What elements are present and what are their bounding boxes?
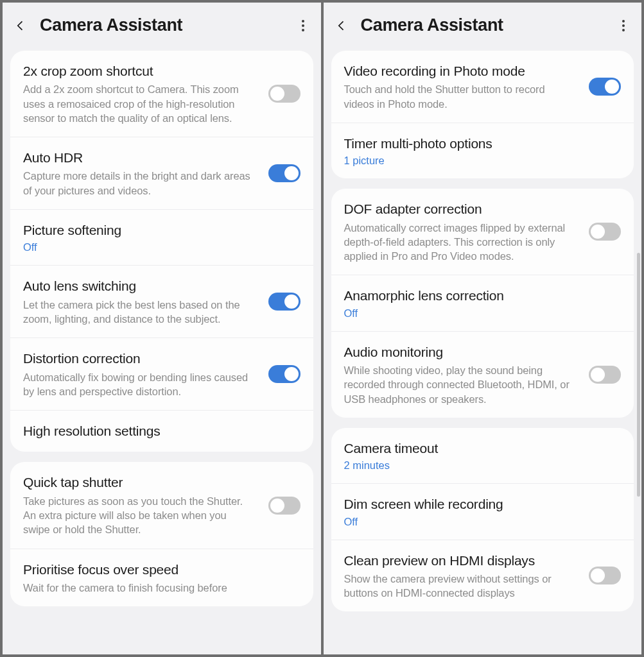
svg-point-5 <box>622 29 625 31</box>
item-label: Dim screen while recording <box>344 495 622 513</box>
item-label: Quick tap shutter <box>23 474 256 491</box>
item-text: High resolution settings <box>23 422 300 440</box>
item-description: Automatically correct images flipped by … <box>344 221 577 264</box>
item-text: 2x crop zoom shortcutAdd a 2x zoom short… <box>23 62 256 125</box>
chevron-left-icon <box>14 19 27 32</box>
item-value: 2 minutes <box>344 459 622 472</box>
dim-screen-recording-row[interactable]: Dim screen while recordingOff <box>331 483 634 539</box>
item-text: Auto lens switchingLet the camera pick t… <box>23 277 256 326</box>
item-description: Add a 2x zoom shortcut to Camera. This z… <box>23 82 256 125</box>
item-text: DOF adapter correctionAutomatically corr… <box>344 200 577 263</box>
item-text: Prioritise focus over speedWait for the … <box>23 561 300 595</box>
item-label: Anamorphic lens correction <box>344 287 622 305</box>
item-text: Distortion correctionAutomatically fix b… <box>23 350 256 398</box>
page-title: Camera Assistant <box>361 15 605 35</box>
prioritise-focus-row[interactable]: Prioritise focus over speedWait for the … <box>10 549 313 607</box>
item-label: Distortion correction <box>23 350 256 368</box>
crop-zoom-shortcut-row[interactable]: 2x crop zoom shortcutAdd a 2x zoom short… <box>10 51 313 137</box>
picture-softening-row[interactable]: Picture softeningOff <box>10 209 313 265</box>
item-label: Timer multi-photo options <box>344 135 622 153</box>
item-text: Picture softeningOff <box>23 221 300 253</box>
back-button[interactable] <box>334 18 349 33</box>
item-description: Take pictures as soon as you touch the S… <box>23 494 256 537</box>
auto-hdr-toggle[interactable] <box>268 164 300 182</box>
settings-list: 2x crop zoom shortcutAdd a 2x zoom short… <box>3 51 321 654</box>
timer-multi-photo-row[interactable]: Timer multi-photo options1 picture <box>331 123 634 178</box>
settings-list: Video recording in Photo modeTouch and h… <box>324 51 642 654</box>
header: Camera Assistant <box>324 3 642 51</box>
chevron-left-icon <box>335 19 348 32</box>
item-text: Anamorphic lens correctionOff <box>344 287 622 319</box>
item-label: Auto HDR <box>23 149 256 167</box>
item-text: Auto HDRCapture more details in the brig… <box>23 149 256 198</box>
anamorphic-lens-correction-row[interactable]: Anamorphic lens correctionOff <box>331 275 634 330</box>
distortion-correction-toggle[interactable] <box>268 365 300 383</box>
auto-lens-switching-row[interactable]: Auto lens switchingLet the camera pick t… <box>10 265 313 337</box>
kebab-icon <box>302 20 304 31</box>
scrollbar[interactable] <box>637 253 640 497</box>
quick-tap-shutter-toggle[interactable] <box>268 497 300 515</box>
item-description: Show the camera preview without settings… <box>344 572 577 601</box>
item-description: Automatically fix bowing or bending line… <box>23 370 256 399</box>
clean-preview-hdmi-toggle[interactable] <box>589 567 621 584</box>
item-value: Off <box>344 516 622 528</box>
auto-hdr-row[interactable]: Auto HDRCapture more details in the brig… <box>10 137 313 209</box>
more-options-button[interactable] <box>295 18 311 33</box>
item-text: Timer multi-photo options1 picture <box>344 135 622 167</box>
screen-right: Camera Assistant Video recording in Phot… <box>324 3 642 654</box>
back-button[interactable] <box>13 18 28 33</box>
item-description: Touch and hold the Shutter button to rec… <box>344 82 577 111</box>
svg-point-1 <box>302 24 304 27</box>
video-in-photo-mode-toggle[interactable] <box>589 78 621 96</box>
page-title: Camera Assistant <box>40 15 284 35</box>
item-text: Clean preview on HDMI displaysShow the c… <box>344 552 577 601</box>
audio-monitoring-row[interactable]: Audio monitoringWhile shooting video, pl… <box>331 331 634 418</box>
settings-group: Quick tap shutterTake pictures as soon a… <box>10 462 313 606</box>
video-in-photo-mode-row[interactable]: Video recording in Photo modeTouch and h… <box>331 51 634 123</box>
item-value: Off <box>344 307 622 320</box>
item-text: Camera timeout2 minutes <box>344 439 622 472</box>
item-description: Wait for the camera to finish focusing b… <box>23 581 300 595</box>
header: Camera Assistant <box>3 3 321 51</box>
distortion-correction-row[interactable]: Distortion correctionAutomatically fix b… <box>10 337 313 410</box>
svg-point-4 <box>622 24 625 27</box>
dof-adapter-correction-toggle[interactable] <box>589 223 621 241</box>
dof-adapter-correction-row[interactable]: DOF adapter correctionAutomatically corr… <box>331 189 634 275</box>
crop-zoom-shortcut-toggle[interactable] <box>268 85 300 103</box>
settings-group: Video recording in Photo modeTouch and h… <box>331 51 634 178</box>
item-label: 2x crop zoom shortcut <box>23 62 256 80</box>
settings-group: 2x crop zoom shortcutAdd a 2x zoom short… <box>10 51 313 452</box>
item-label: Video recording in Photo mode <box>344 62 577 80</box>
svg-point-3 <box>622 20 625 22</box>
item-description: Capture more details in the bright and d… <box>23 169 256 198</box>
item-description: Let the camera pick the best lens based … <box>23 298 256 327</box>
item-label: Clean preview on HDMI displays <box>344 552 577 570</box>
quick-tap-shutter-row[interactable]: Quick tap shutterTake pictures as soon a… <box>10 462 313 548</box>
item-text: Dim screen while recordingOff <box>344 495 622 527</box>
item-text: Quick tap shutterTake pictures as soon a… <box>23 474 256 536</box>
settings-group: Camera timeout2 minutesDim screen while … <box>331 428 634 612</box>
item-text: Audio monitoringWhile shooting video, pl… <box>344 343 577 406</box>
item-label: DOF adapter correction <box>344 200 577 218</box>
audio-monitoring-toggle[interactable] <box>589 366 621 384</box>
item-value: 1 picture <box>344 155 622 167</box>
high-resolution-settings-row[interactable]: High resolution settings <box>10 410 313 452</box>
item-label: Camera timeout <box>344 439 622 457</box>
item-label: Auto lens switching <box>23 277 256 295</box>
item-label: High resolution settings <box>23 422 300 440</box>
svg-point-0 <box>302 20 304 22</box>
item-label: Audio monitoring <box>344 343 577 361</box>
clean-preview-hdmi-row[interactable]: Clean preview on HDMI displaysShow the c… <box>331 540 634 612</box>
screen-left: Camera Assistant 2x crop zoom shortcutAd… <box>3 3 321 654</box>
kebab-icon <box>622 20 625 31</box>
settings-group: DOF adapter correctionAutomatically corr… <box>331 189 634 418</box>
item-description: While shooting video, play the sound bei… <box>344 363 577 406</box>
item-value: Off <box>23 241 300 253</box>
auto-lens-switching-toggle[interactable] <box>268 293 300 311</box>
svg-point-2 <box>302 29 304 31</box>
item-label: Prioritise focus over speed <box>23 561 300 579</box>
camera-timeout-row[interactable]: Camera timeout2 minutes <box>331 428 634 483</box>
item-label: Picture softening <box>23 221 300 239</box>
item-text: Video recording in Photo modeTouch and h… <box>344 62 577 111</box>
more-options-button[interactable] <box>616 18 631 33</box>
